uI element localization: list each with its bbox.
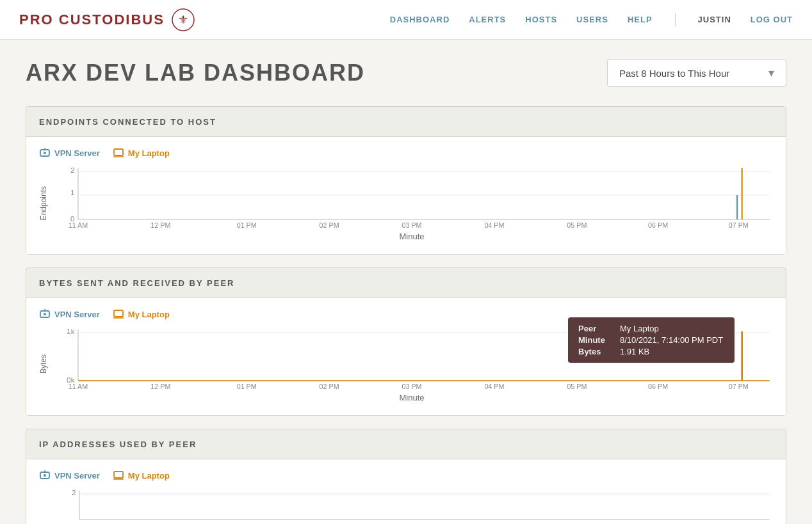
svg-text:05 PM: 05 PM bbox=[567, 383, 587, 390]
bytes-legend: VPN Server My Laptop bbox=[39, 308, 773, 320]
endpoints-chart-inner: 2 1 0 11 AM 12 PM 01 PM 02 PM 03 PM bbox=[51, 165, 773, 241]
nav-divider bbox=[675, 13, 676, 26]
svg-text:02 PM: 02 PM bbox=[320, 383, 339, 390]
ip-section-header: IP ADDRESSES USED BY PEER bbox=[26, 429, 786, 459]
nav-username[interactable]: JusTIN bbox=[698, 15, 731, 24]
nav-dashboard[interactable]: DASHBOARD bbox=[390, 15, 450, 24]
bytes-laptop-icon bbox=[113, 308, 124, 320]
bytes-svg: 1k 0k 11 AM 12 PM 01 PM 02 PM 03 PM 04 P… bbox=[51, 326, 773, 390]
bytes-legend-laptop[interactable]: My Laptop bbox=[113, 308, 170, 320]
ip-chart-inner: 2 bbox=[52, 488, 773, 524]
svg-text:01 PM: 01 PM bbox=[237, 383, 257, 390]
svg-point-4 bbox=[44, 152, 46, 154]
nav-logout[interactable]: LOG OUT bbox=[751, 15, 793, 24]
svg-text:⚜: ⚜ bbox=[178, 13, 188, 26]
ip-svg: 2 bbox=[52, 488, 773, 524]
ip-legend-laptop[interactable]: My Laptop bbox=[113, 470, 170, 481]
svg-text:01 PM: 01 PM bbox=[237, 222, 257, 229]
svg-text:1k: 1k bbox=[67, 328, 75, 335]
legend-my-laptop[interactable]: My Laptop bbox=[113, 147, 170, 159]
endpoints-chart: Endpoints 2 1 0 bbox=[39, 165, 773, 241]
svg-text:1: 1 bbox=[70, 189, 75, 196]
endpoints-svg: 2 1 0 11 AM 12 PM 01 PM 02 PM 03 PM bbox=[51, 165, 773, 229]
endpoints-section: ENDPOINTS CONNECTED TO HOST VPN Server M… bbox=[26, 106, 786, 255]
bytes-section: BYTES SENT AND RECEIVED BY PEER Peer My … bbox=[26, 267, 786, 416]
bytes-y-axis-label: Bytes bbox=[39, 354, 48, 374]
svg-text:03 PM: 03 PM bbox=[402, 383, 421, 390]
ip-section-body: VPN Server My Laptop bbox=[26, 459, 786, 524]
bytes-section-title: BYTES SENT AND RECEIVED BY PEER bbox=[39, 278, 234, 288]
svg-text:07 PM: 07 PM bbox=[729, 383, 749, 390]
bytes-legend-vpn[interactable]: VPN Server bbox=[39, 308, 100, 320]
time-selector-label: Past 8 Hours to This Hour bbox=[619, 68, 729, 79]
svg-rect-5 bbox=[114, 149, 123, 155]
page-title: ARX DEV LAB DASHBOARD bbox=[26, 60, 365, 86]
endpoints-section-title: ENDPOINTS CONNECTED TO HOST bbox=[39, 117, 216, 127]
bytes-section-body: Peer My Laptop Minute 8/10/2021, 7:14:00… bbox=[26, 298, 786, 415]
endpoints-y-axis-label: Endpoints bbox=[39, 186, 48, 220]
endpoints-section-body: VPN Server My Laptop Endpoints bbox=[26, 137, 786, 254]
main-content: ARX DEV LAB DASHBOARD Past 8 Hours to Th… bbox=[0, 40, 812, 524]
header: PRO CUSTODIBUS ⚜ DASHBOARD ALERTS HOSTS … bbox=[0, 0, 812, 40]
logo-icon: ⚜ bbox=[171, 8, 195, 32]
svg-text:2: 2 bbox=[70, 166, 75, 174]
nav-help[interactable]: HELP bbox=[628, 15, 653, 24]
vpn-server-label: VPN Server bbox=[54, 148, 100, 158]
svg-point-49 bbox=[44, 474, 46, 477]
my-laptop-icon bbox=[113, 147, 124, 159]
chevron-down-icon: ▾ bbox=[768, 66, 774, 80]
vpn-server-icon bbox=[39, 147, 51, 159]
bytes-chart: Bytes 1k 0k 11 bbox=[39, 326, 773, 402]
ip-vpn-label: VPN Server bbox=[54, 471, 100, 480]
svg-text:05 PM: 05 PM bbox=[567, 222, 587, 229]
time-selector[interactable]: Past 8 Hours to This Hour ▾ bbox=[607, 59, 786, 87]
nav-users[interactable]: USERS bbox=[576, 15, 608, 24]
legend-vpn-server[interactable]: VPN Server bbox=[39, 147, 100, 159]
svg-text:12 PM: 12 PM bbox=[150, 222, 170, 229]
svg-text:02 PM: 02 PM bbox=[320, 222, 339, 229]
nav-alerts[interactable]: ALERTS bbox=[469, 15, 506, 24]
bytes-laptop-label: My Laptop bbox=[128, 310, 170, 319]
ip-chart: 2 bbox=[39, 488, 773, 524]
svg-text:11 AM: 11 AM bbox=[69, 383, 88, 390]
svg-text:03 PM: 03 PM bbox=[402, 222, 421, 229]
svg-text:04 PM: 04 PM bbox=[484, 383, 504, 390]
main-nav: DASHBOARD ALERTS HOSTS USERS HELP JusTIN… bbox=[390, 13, 793, 26]
logo-text: PRO CUSTODIBUS bbox=[19, 12, 165, 28]
endpoints-legend: VPN Server My Laptop bbox=[39, 147, 773, 159]
ip-legend-vpn[interactable]: VPN Server bbox=[39, 470, 100, 481]
bytes-chart-inner: 1k 0k 11 AM 12 PM 01 PM 02 PM 03 PM 04 P… bbox=[51, 326, 773, 402]
svg-text:04 PM: 04 PM bbox=[484, 222, 504, 229]
svg-point-27 bbox=[44, 313, 46, 315]
svg-text:0: 0 bbox=[70, 215, 75, 223]
ip-laptop-icon bbox=[113, 470, 124, 481]
page-header: ARX DEV LAB DASHBOARD Past 8 Hours to Th… bbox=[26, 59, 786, 87]
endpoints-section-header: ENDPOINTS CONNECTED TO HOST bbox=[26, 107, 786, 137]
ip-section-title: IP ADDRESSES USED BY PEER bbox=[39, 440, 197, 449]
svg-text:12 PM: 12 PM bbox=[150, 383, 170, 390]
svg-rect-50 bbox=[114, 472, 123, 478]
my-laptop-label: My Laptop bbox=[128, 148, 170, 158]
bytes-x-axis-label: Minute bbox=[51, 393, 773, 402]
nav-hosts[interactable]: HOSTS bbox=[525, 15, 557, 24]
ip-laptop-label: My Laptop bbox=[128, 471, 170, 480]
logo-area: PRO CUSTODIBUS ⚜ bbox=[19, 8, 390, 32]
svg-text:2: 2 bbox=[72, 489, 76, 496]
svg-text:07 PM: 07 PM bbox=[729, 222, 749, 229]
ip-legend: VPN Server My Laptop bbox=[39, 470, 773, 481]
svg-rect-28 bbox=[114, 310, 123, 317]
bytes-vpn-icon bbox=[39, 308, 51, 320]
ip-section: IP ADDRESSES USED BY PEER VPN Server My … bbox=[26, 429, 786, 524]
endpoints-x-axis-label: Minute bbox=[51, 232, 773, 241]
svg-text:0k: 0k bbox=[67, 376, 75, 384]
bytes-section-header: BYTES SENT AND RECEIVED BY PEER bbox=[26, 268, 786, 298]
svg-text:06 PM: 06 PM bbox=[648, 222, 668, 229]
bytes-vpn-label: VPN Server bbox=[54, 310, 100, 319]
ip-vpn-icon bbox=[39, 470, 51, 481]
svg-text:06 PM: 06 PM bbox=[648, 383, 668, 390]
svg-text:11 AM: 11 AM bbox=[69, 222, 88, 229]
